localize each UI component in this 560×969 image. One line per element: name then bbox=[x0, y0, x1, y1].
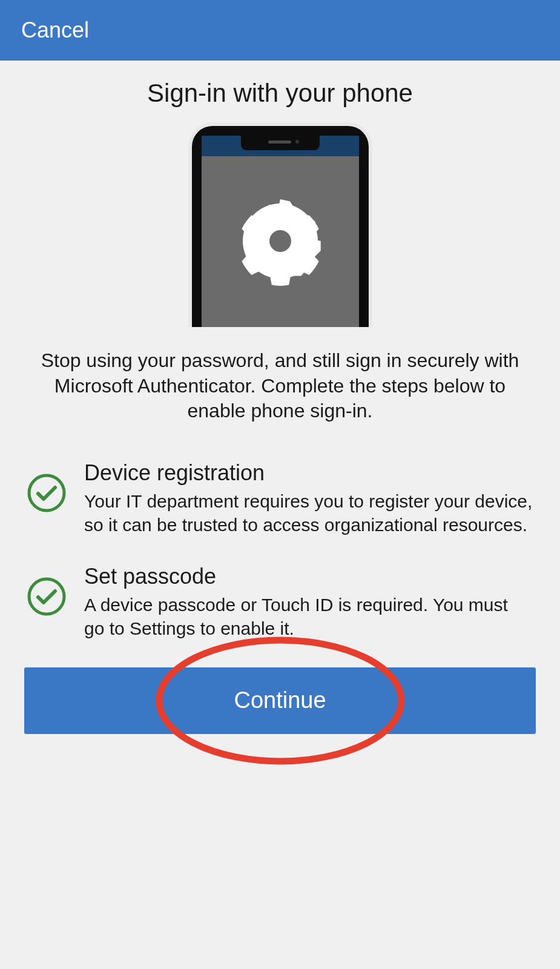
step-title: Set passcode bbox=[84, 564, 533, 589]
page-title: Sign-in with your phone bbox=[24, 79, 536, 108]
check-circle-icon bbox=[27, 577, 66, 616]
svg-rect-4 bbox=[268, 141, 291, 144]
continue-button-wrap: Continue bbox=[24, 667, 536, 734]
description-text: Stop using your password, and still sign… bbox=[24, 348, 536, 424]
check-circle-icon bbox=[27, 474, 66, 512]
phone-icon bbox=[183, 120, 377, 327]
header-bar: Cancel bbox=[0, 0, 560, 61]
step-description: Your IT department requires you to regis… bbox=[84, 489, 533, 537]
continue-button[interactable]: Continue bbox=[24, 667, 536, 734]
svg-point-8 bbox=[269, 230, 291, 252]
svg-point-9 bbox=[29, 475, 64, 511]
svg-point-5 bbox=[295, 140, 299, 144]
step-device-registration: Device registration Your IT department r… bbox=[24, 460, 536, 537]
svg-point-10 bbox=[29, 579, 64, 614]
step-description: A device passcode or Touch ID is require… bbox=[84, 593, 533, 640]
step-title: Device registration bbox=[84, 460, 533, 486]
phone-illustration bbox=[24, 120, 536, 327]
main-content: Sign-in with your phone bbox=[0, 61, 560, 758]
step-set-passcode: Set passcode A device passcode or Touch … bbox=[24, 564, 536, 640]
cancel-button[interactable]: Cancel bbox=[21, 18, 89, 43]
